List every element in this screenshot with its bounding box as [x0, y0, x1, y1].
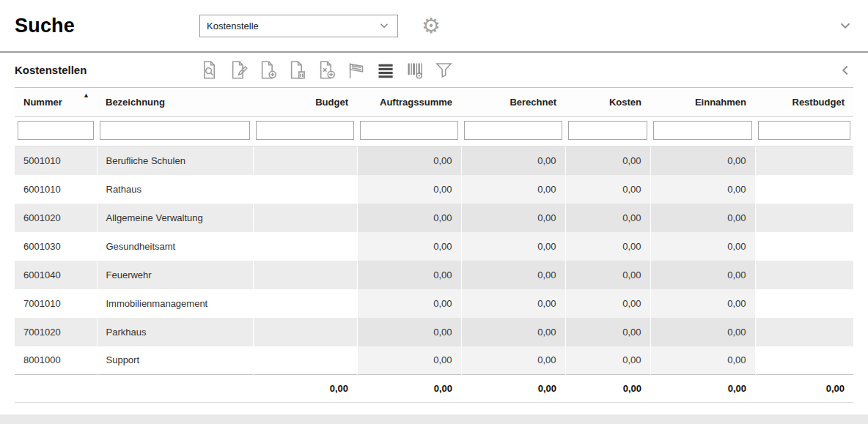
column-header-einnahmen[interactable]: Einnahmen	[650, 88, 755, 117]
cell-nummer: 5001010	[15, 146, 97, 175]
cell-bezeichnung: Feuerwehr	[97, 261, 253, 289]
table-row[interactable]: 7001020 Parkhaus 0,00 0,00 0,00 0,00	[15, 318, 853, 346]
column-header-label: Nummer	[23, 97, 62, 108]
cell-auftragssumme: 0,00	[357, 204, 461, 232]
cell-einnahmen: 0,00	[650, 346, 755, 375]
filter-input-kosten[interactable]	[568, 121, 647, 140]
cell-restbudget	[755, 289, 853, 318]
cell-restbudget	[755, 318, 853, 346]
cell-bezeichnung: Immobilienmanagement	[97, 289, 253, 318]
column-header-restbudget[interactable]: Restbudget	[755, 88, 853, 117]
search-type-dropdown[interactable]: Kostenstelle	[199, 15, 398, 37]
cell-kosten: 0,00	[565, 289, 650, 318]
filter-input-auftragssumme[interactable]	[360, 121, 458, 140]
cell-kosten: 0,00	[565, 318, 650, 346]
filter-input-nummer[interactable]	[18, 121, 94, 140]
filter-row	[15, 117, 853, 146]
cell-nummer: 7001020	[15, 318, 97, 346]
cell-auftragssumme: 0,00	[357, 261, 461, 289]
cell-bezeichnung: Rathaus	[97, 175, 253, 204]
cell-restbudget	[755, 261, 853, 289]
top-bar: Suche Kostenstelle ⚙	[0, 0, 868, 51]
column-header-nummer[interactable]: Nummer ▲	[15, 88, 97, 117]
column-header-label: Berechnet	[510, 97, 556, 108]
totals-empty	[15, 375, 97, 403]
table-row[interactable]: 5001010 Berufliche Schulen 0,00 0,00 0,0…	[15, 146, 853, 175]
column-header-berechnet[interactable]: Berechnet	[461, 88, 565, 117]
kostenstellen-table: Nummer ▲ Bezeichnung Budget Auftragssumm…	[15, 87, 853, 403]
cell-budget	[253, 289, 357, 318]
total-auftragssumme: 0,00	[357, 375, 461, 403]
cell-einnahmen: 0,00	[650, 146, 755, 175]
cell-einnahmen: 0,00	[650, 318, 755, 346]
cell-berechnet: 0,00	[461, 146, 565, 175]
cell-kosten: 0,00	[565, 232, 650, 261]
filter-funnel-icon[interactable]	[434, 60, 454, 80]
totals-empty	[97, 375, 253, 403]
filter-input-berechnet[interactable]	[464, 121, 562, 140]
cell-bezeichnung: Berufliche Schulen	[97, 146, 253, 175]
cell-budget	[253, 318, 357, 346]
cell-nummer: 7001010	[15, 289, 97, 318]
horizontal-scrollbar[interactable]	[0, 414, 868, 424]
column-header-label: Budget	[315, 97, 348, 108]
panel-header: Kostenstellen	[0, 53, 868, 87]
cell-einnahmen: 0,00	[650, 232, 755, 261]
total-budget: 0,00	[253, 375, 357, 403]
table-row[interactable]: 8001000 Support 0,00 0,00 0,00 0,00	[15, 346, 853, 375]
cell-nummer: 6001040	[15, 261, 97, 289]
cell-budget	[253, 175, 357, 204]
document-add-icon[interactable]	[258, 60, 278, 80]
document-edit-icon[interactable]	[229, 60, 249, 80]
cell-budget	[253, 346, 357, 375]
cell-auftragssumme: 0,00	[357, 289, 461, 318]
collapse-panel-chevron-left-icon[interactable]	[837, 62, 853, 78]
filter-input-budget[interactable]	[256, 121, 354, 140]
column-header-label: Restbudget	[792, 97, 845, 108]
cell-auftragssumme: 0,00	[357, 175, 461, 204]
column-header-auftragssumme[interactable]: Auftragssumme	[357, 88, 461, 117]
table-row[interactable]: 6001030 Gesundheitsamt 0,00 0,00 0,00 0,…	[15, 232, 853, 261]
toolbar	[199, 60, 454, 80]
filter-input-einnahmen[interactable]	[653, 121, 752, 140]
cell-berechnet: 0,00	[461, 346, 565, 375]
table-row[interactable]: 6001010 Rathaus 0,00 0,00 0,00 0,00	[15, 175, 853, 204]
cell-budget	[253, 204, 357, 232]
table-row[interactable]: 6001040 Feuerwehr 0,00 0,00 0,00 0,00	[15, 261, 853, 289]
column-header-label: Bezeichnung	[106, 97, 165, 108]
total-einnahmen: 0,00	[650, 375, 755, 403]
flag-icon[interactable]	[346, 60, 366, 80]
column-header-budget[interactable]: Budget	[253, 88, 357, 117]
cell-budget	[253, 261, 357, 289]
cell-berechnet: 0,00	[461, 232, 565, 261]
filter-input-bezeichnung[interactable]	[100, 121, 250, 140]
document-preview-icon[interactable]	[199, 60, 219, 80]
gear-icon[interactable]: ⚙	[422, 15, 441, 37]
cell-einnahmen: 0,00	[650, 204, 755, 232]
filter-input-restbudget[interactable]	[758, 121, 850, 140]
panel-title: Kostenstellen	[15, 64, 199, 76]
total-restbudget: 0,00	[755, 375, 853, 403]
column-header-kosten[interactable]: Kosten	[565, 88, 650, 117]
column-header-bezeichnung[interactable]: Bezeichnung	[97, 88, 253, 117]
cell-einnahmen: 0,00	[650, 261, 755, 289]
search-type-dropdown-value: Kostenstelle	[207, 21, 259, 31]
cell-restbudget	[755, 346, 853, 375]
column-header-label: Kosten	[609, 97, 641, 108]
table-row[interactable]: 6001020 Allgemeine Verwaltung 0,00 0,00 …	[15, 204, 853, 232]
table-row[interactable]: 7001010 Immobilienmanagement 0,00 0,00 0…	[15, 289, 853, 318]
cell-restbudget	[755, 175, 853, 204]
cell-auftragssumme: 0,00	[357, 146, 461, 175]
list-view-icon[interactable]	[375, 60, 395, 80]
collapse-search-chevron-down-icon[interactable]	[837, 18, 853, 34]
cell-restbudget	[755, 146, 853, 175]
barcode-settings-icon[interactable]	[405, 60, 424, 80]
cell-bezeichnung: Gesundheitsamt	[97, 232, 253, 261]
document-delete-icon[interactable]	[287, 60, 307, 80]
chevron-down-icon	[378, 19, 391, 32]
cell-kosten: 0,00	[565, 261, 650, 289]
document-export-icon[interactable]	[317, 60, 336, 80]
cell-nummer: 6001010	[15, 175, 97, 204]
cell-auftragssumme: 0,00	[357, 232, 461, 261]
table-body: 5001010 Berufliche Schulen 0,00 0,00 0,0…	[15, 146, 853, 375]
